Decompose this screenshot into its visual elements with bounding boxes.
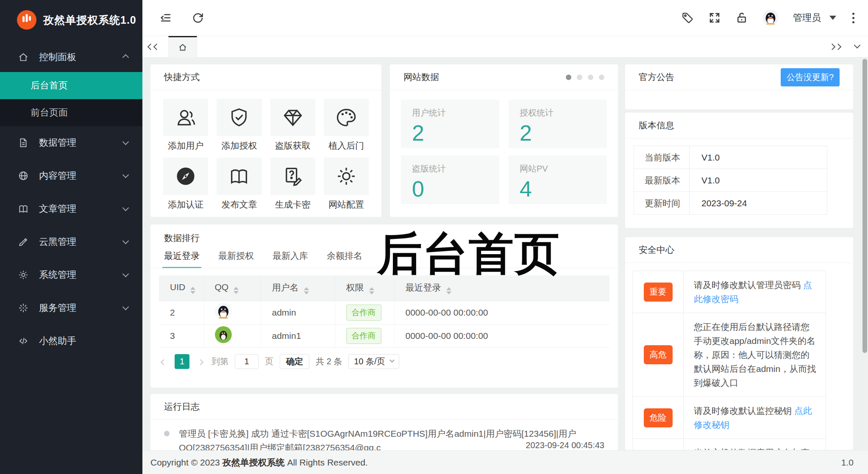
- shortcut-add-license[interactable]: 添加授权: [217, 99, 262, 152]
- table-row[interactable]: 3 admin1 合作商 0000-00-00 00:00:00: [159, 324, 609, 347]
- sidebar-subitem-label: 后台首页: [31, 79, 68, 92]
- sort-icon[interactable]: [190, 287, 195, 294]
- col-header-role[interactable]: 权限: [335, 275, 394, 301]
- panel-security-center: 安全中心 重要 请及时修改默认管理员密码 点此修改密码 高危 您正在使用后台默认…: [625, 237, 853, 450]
- qq-avatar: [215, 326, 232, 343]
- stat-value: 4: [520, 178, 596, 200]
- shortcut-label: 发布文章: [217, 199, 262, 211]
- table-row[interactable]: 2 admin 合作商 0000-00-00 00:00:00: [159, 301, 609, 324]
- shortcut-label: 盗版获取: [270, 140, 315, 152]
- table-row: 重要 请及时修改默认管理员密码 点此修改密码: [633, 271, 826, 313]
- log-line-2: QQ[2382756354]|用户绑定邮箱[2382756354@qq.c: [179, 441, 381, 450]
- log-line-1: 管理员 [卡密兑换] 成功 通过卡密[S1OGAgrNAm19RCEoPTHS]…: [179, 427, 604, 441]
- sidebar-subitem-frontend-page[interactable]: 前台页面: [0, 99, 142, 126]
- carousel-dots[interactable]: [566, 75, 604, 80]
- chevron-up-icon: [122, 54, 129, 61]
- cell-role: 合作商: [335, 301, 394, 324]
- col-header-last-login[interactable]: 最近登录: [394, 275, 609, 301]
- shortcut-piracy-fetch[interactable]: 盗版获取: [270, 99, 315, 152]
- stat-value: 2: [520, 122, 596, 144]
- collapse-sidebar-icon[interactable]: [159, 11, 172, 24]
- shortcut-label: 生成卡密: [270, 199, 315, 211]
- shortcut-plant-backdoor[interactable]: 植入后门: [324, 99, 369, 152]
- severity-badge: 高危: [644, 345, 673, 364]
- sidebar-item-data-management[interactable]: 数据管理: [0, 126, 142, 159]
- stat-licenses: 授权统计 2: [509, 100, 607, 148]
- more-options-icon[interactable]: [851, 11, 856, 25]
- qq-avatar: [215, 303, 232, 320]
- panel-title: 官方公告: [639, 71, 674, 83]
- tab-home[interactable]: [168, 36, 197, 58]
- chevron-down-icon: [122, 270, 129, 277]
- topbar: 管理员: [142, 0, 868, 36]
- version-value: 2023-09-24: [690, 192, 827, 215]
- user-name[interactable]: 管理员: [793, 11, 821, 24]
- cell-uid: 3: [159, 324, 203, 347]
- refresh-icon[interactable]: [192, 11, 204, 24]
- sort-icon[interactable]: [369, 287, 374, 294]
- table-row: 危险 请及时修改默认监控秘钥 点此修改秘钥: [633, 397, 826, 439]
- next-page-icon[interactable]: [196, 354, 205, 369]
- lock-icon[interactable]: [735, 11, 748, 24]
- chevron-down-icon: [122, 237, 129, 244]
- fullscreen-icon[interactable]: [708, 11, 721, 24]
- version-value: V1.0: [690, 169, 827, 192]
- tab-latest-license[interactable]: 最新授权: [218, 250, 254, 268]
- tab-latest-storage[interactable]: 最新入库: [273, 250, 308, 268]
- tag-icon[interactable]: [681, 11, 694, 24]
- goto-page-input[interactable]: [235, 354, 259, 369]
- app-title: 孜然单授权系统1.0: [43, 13, 136, 27]
- sort-icon[interactable]: [304, 287, 309, 294]
- shortcut-publish-article[interactable]: 发布文章: [217, 158, 262, 211]
- page-number-button[interactable]: 1: [175, 354, 189, 369]
- version-label: 最新版本: [634, 169, 690, 192]
- tab-recent-login[interactable]: 最近登录: [164, 250, 200, 268]
- table-row: 重要 当前主机的数据库用户名与密码相同，极易被黑客破解，请及时修改数据库密码: [633, 439, 826, 450]
- shortcut-add-auth[interactable]: 添加认证: [163, 158, 208, 211]
- per-page-select[interactable]: 10 条/页: [348, 354, 399, 369]
- sidebar-item-system-management[interactable]: 系统管理: [0, 258, 142, 291]
- copyright-text: Copyright © 2023 孜然单授权系统 All Rights Rese…: [150, 457, 368, 468]
- sidebar-item-article-management[interactable]: 文章管理: [0, 192, 142, 225]
- col-header-username[interactable]: 用户名: [261, 275, 335, 301]
- stat-pv: 网站PV 4: [509, 155, 607, 204]
- sort-icon[interactable]: [446, 287, 451, 294]
- sidebar-item-label: 控制面板: [39, 51, 123, 64]
- announcement-refresh-button[interactable]: 公告没更新?: [781, 68, 840, 86]
- tabs-scroll-left-icon[interactable]: [142, 44, 165, 49]
- sidebar-subitem-backend-home[interactable]: 后台首页: [0, 72, 142, 99]
- col-header-uid[interactable]: UID: [159, 275, 203, 301]
- diamond-icon: [282, 106, 304, 128]
- gear-icon: [335, 165, 357, 187]
- sidebar-item-assistant[interactable]: 小然助手: [0, 324, 142, 358]
- sidebar-item-control-panel[interactable]: 控制面板: [0, 42, 142, 72]
- prev-page-icon[interactable]: [159, 354, 168, 369]
- sidebar-item-content-management[interactable]: 内容管理: [0, 159, 142, 192]
- shortcut-add-user[interactable]: 添加用户: [163, 99, 208, 152]
- sidebar-item-cloud-blacklist[interactable]: 云黑管理: [0, 225, 142, 258]
- user-avatar[interactable]: [762, 10, 779, 26]
- user-menu-caret-icon[interactable]: [829, 16, 836, 20]
- log-timestamp: 2023-09-24 00:45:43: [526, 441, 604, 450]
- page-scrollbar[interactable]: [862, 59, 867, 353]
- sidebar-nav: 控制面板 后台首页 前台页面 数据管理: [0, 42, 142, 358]
- app-logo-icon: [17, 10, 36, 30]
- shortcut-generate-card-key[interactable]: 生成卡密: [270, 158, 315, 211]
- confirm-button[interactable]: 确定: [280, 354, 309, 369]
- tabs-menu-icon[interactable]: [846, 43, 868, 50]
- stat-value: 0: [412, 178, 488, 200]
- cell-uid: 2: [159, 301, 203, 324]
- chevron-down-icon: [122, 138, 129, 145]
- cell-last-login: 0000-00-00 00:00:00: [394, 324, 609, 347]
- home-icon: [18, 52, 29, 63]
- panel-title: 安全中心: [639, 244, 674, 256]
- tab-balance-rank[interactable]: 余额排名: [327, 250, 362, 268]
- sidebar-item-service-management[interactable]: 服务管理: [0, 291, 142, 324]
- tabs-scroll-right-icon[interactable]: [824, 44, 846, 49]
- col-header-qq[interactable]: QQ: [203, 275, 261, 301]
- sort-icon[interactable]: [234, 287, 239, 294]
- ranking-table: UID QQ 用户名 权限 最近登录 2: [159, 275, 609, 348]
- role-badge: 合作商: [346, 328, 381, 344]
- shortcut-site-config[interactable]: 网站配置: [324, 158, 369, 211]
- sidebar-subitem-label: 前台页面: [31, 106, 68, 119]
